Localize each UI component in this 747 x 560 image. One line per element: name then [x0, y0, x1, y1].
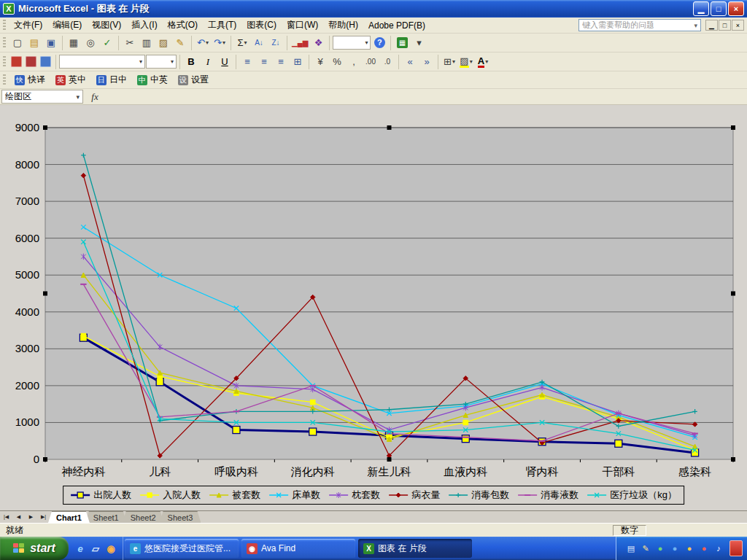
menu-item-7[interactable]: 窗口(W)	[282, 17, 323, 34]
save-icon[interactable]: ▣	[43, 35, 59, 51]
help-icon[interactable]: ?	[371, 35, 387, 51]
fill-color-button[interactable]: ▨▾	[458, 54, 474, 70]
media-player-icon[interactable]: ◉	[104, 542, 117, 555]
zoom-select[interactable]: ▾	[333, 36, 371, 50]
pdf-comments-icon[interactable]	[40, 56, 51, 67]
legend-item-8[interactable]: 医疗垃圾（kg）	[587, 489, 677, 502]
translation-item-0[interactable]: 快快译	[9, 73, 50, 88]
menu-item-1[interactable]: 编辑(E)	[47, 17, 87, 34]
format-painter-icon[interactable]: ✎	[172, 35, 188, 51]
legend-item-1[interactable]: 入院人数	[139, 489, 201, 502]
update-icon[interactable]: ●	[684, 542, 695, 554]
drawing-icon[interactable]: ❖	[310, 35, 326, 51]
pdf-create-icon[interactable]	[11, 56, 22, 67]
font-color-button[interactable]: A▾	[475, 54, 491, 70]
toolbar-options-icon[interactable]: ▾	[411, 35, 427, 51]
start-button[interactable]: start	[0, 537, 69, 560]
formula-input[interactable]	[107, 90, 746, 104]
selection-handle[interactable]	[731, 457, 735, 462]
undo-icon[interactable]: ↶▾	[195, 35, 211, 51]
selection-handle[interactable]	[387, 125, 392, 130]
input-method-icon[interactable]	[729, 540, 743, 556]
task-button-2[interactable]: X图表 在 片段	[358, 539, 472, 558]
print-icon[interactable]: ▦	[66, 35, 82, 51]
open-icon[interactable]: ▤	[26, 35, 42, 51]
volume-icon[interactable]: ♪	[713, 542, 724, 554]
menu-item-9[interactable]: Adobe PDF(B)	[363, 18, 430, 33]
selection-handle[interactable]	[731, 125, 735, 130]
sheet-tab-sheet3[interactable]: Sheet3	[160, 511, 201, 523]
menu-item-8[interactable]: 帮助(H)	[323, 17, 363, 34]
legend-item-7[interactable]: 消毒液数	[517, 489, 578, 502]
legend-item-2[interactable]: 被套数	[209, 489, 260, 502]
selection-handle[interactable]	[43, 292, 47, 296]
sheet-tab-sheet2[interactable]: Sheet2	[123, 511, 164, 523]
menu-item-2[interactable]: 视图(V)	[87, 17, 126, 34]
menu-item-0[interactable]: 文件(F)	[9, 17, 47, 34]
underline-button[interactable]: U	[217, 54, 233, 70]
chart-wizard-icon[interactable]: ▁▄▆	[290, 35, 309, 51]
translation-item-3[interactable]: 中中英	[132, 73, 173, 88]
close-button[interactable]: ×	[728, 1, 744, 16]
sheet-tab-sheet1[interactable]: Sheet1	[85, 511, 127, 523]
minimize-button[interactable]: ▁	[693, 1, 709, 16]
font-name-select[interactable]: ▾	[59, 55, 145, 69]
task-button-1[interactable]: ◉Ava Find	[241, 539, 355, 558]
menu-grip[interactable]	[3, 20, 6, 31]
formatting-toolbar-grip[interactable]	[3, 56, 6, 68]
chart-plot[interactable]: 0100020003000400050006000700080009000神经内…	[0, 105, 747, 510]
name-box-chevron-icon[interactable]: ▾	[76, 93, 80, 101]
selection-handle[interactable]	[731, 292, 735, 296]
bold-button[interactable]: B	[183, 54, 199, 70]
font-size-select[interactable]: ▾	[146, 55, 177, 69]
print-preview-icon[interactable]: ◎	[82, 35, 98, 51]
standard-toolbar-grip[interactable]	[3, 37, 6, 49]
antivirus-icon[interactable]: ●	[654, 542, 666, 554]
help-question-box[interactable]: 键入需要帮助的问题 ▾	[578, 19, 701, 31]
workbook-close-button[interactable]: ×	[732, 20, 744, 31]
tab-scroll-button-2[interactable]: ▶	[25, 511, 37, 523]
sort-ascending-icon[interactable]: A↓	[251, 35, 267, 51]
legend-item-0[interactable]: 出院人数	[70, 489, 131, 502]
align-right-button[interactable]: ≡	[273, 54, 289, 70]
name-box[interactable]: 绘图区 ▾	[1, 90, 83, 104]
sheet-tab-chart1[interactable]: Chart1	[48, 511, 90, 523]
translation-item-4[interactable]: 设设置	[173, 73, 214, 88]
chevron-down-icon[interactable]: ▾	[365, 39, 368, 46]
workbook-minimize-button[interactable]: ▁	[705, 20, 718, 31]
tab-scroll-button-0[interactable]: |◀	[0, 511, 12, 523]
legend-item-6[interactable]: 消毒包数	[448, 489, 509, 502]
menu-item-6[interactable]: 图表(C)	[241, 17, 282, 34]
percent-style-button[interactable]: %	[329, 54, 345, 70]
chart-legend[interactable]: 出院人数入院人数被套数床单数枕套数病衣量消毒包数消毒液数医疗垃圾（kg）	[63, 486, 684, 505]
selection-handle[interactable]	[387, 457, 392, 462]
align-left-button[interactable]: ≡	[239, 54, 255, 70]
autosum-icon[interactable]: Σ▾	[234, 35, 250, 51]
merge-center-button[interactable]: ⊞	[290, 54, 306, 70]
kingsoft-addin-icon[interactable]: ▦	[394, 35, 410, 51]
tab-scroll-button-3[interactable]: ▶|	[37, 511, 50, 523]
selection-handle[interactable]	[43, 125, 47, 130]
messenger-icon[interactable]: ●	[669, 542, 681, 554]
legend-item-5[interactable]: 病衣量	[388, 489, 440, 502]
pdf-email-icon[interactable]	[26, 56, 36, 67]
decrease-decimal-button[interactable]: .0	[379, 54, 395, 70]
restore-button[interactable]: □	[711, 1, 727, 16]
new-document-icon[interactable]: ▢	[9, 35, 26, 51]
show-desktop-icon[interactable]: ▱	[89, 542, 102, 555]
paste-icon[interactable]: ▨	[155, 35, 171, 51]
menu-item-5[interactable]: 工具(T)	[203, 17, 241, 34]
translation-toolbar-grip[interactable]	[3, 74, 6, 86]
translation-item-2[interactable]: 日日中	[91, 73, 132, 88]
increase-decimal-button[interactable]: .00	[363, 54, 379, 70]
italic-button[interactable]: I	[200, 54, 216, 70]
redo-icon[interactable]: ↷▾	[212, 35, 228, 51]
spelling-icon[interactable]: ✓	[99, 35, 115, 51]
workbook-restore-button[interactable]: □	[719, 20, 731, 31]
decrease-indent-button[interactable]: «	[402, 54, 418, 70]
task-button-0[interactable]: e悠医院接受过医院管...	[125, 539, 239, 558]
tab-scroll-button-1[interactable]: ◀	[12, 511, 25, 523]
align-center-button[interactable]: ≡	[256, 54, 272, 70]
internet-explorer-icon[interactable]: e	[74, 542, 87, 555]
currency-button[interactable]: ¥	[312, 54, 328, 70]
